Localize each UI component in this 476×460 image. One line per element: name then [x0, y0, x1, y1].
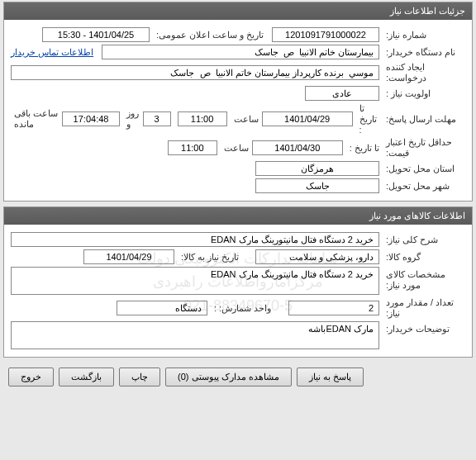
need-date-field[interactable] — [83, 249, 174, 264]
panel-body: شماره نیاز: تاریخ و ساعت اعلان عمومی: نا… — [4, 20, 472, 201]
days-label: روز و — [123, 108, 140, 130]
spec-label: مشخصات کالای مورد نیاز: — [383, 267, 465, 291]
spec-field[interactable] — [11, 267, 379, 295]
unit-label: واحد شمارش: : — [211, 303, 285, 314]
notes-field[interactable] — [11, 321, 379, 349]
qty-field[interactable] — [288, 301, 379, 315]
priority-label: اولویت نیاز : — [383, 88, 465, 99]
back-button[interactable]: بازگشت — [59, 368, 114, 386]
button-row: پاسخ به نیاز مشاهده مدارک پیوستی (0) چاپ… — [0, 363, 476, 391]
creator-label: ایجاد کننده درخواست: — [383, 62, 465, 83]
need-date-label: تاریخ نیاز به کالا: — [178, 252, 252, 263]
province-field[interactable] — [255, 161, 379, 176]
exit-button[interactable]: خروج — [8, 368, 54, 386]
city-field[interactable] — [255, 178, 379, 193]
qty-label: تعداد / مقدار مورد نیاز: — [383, 297, 465, 319]
creator-field[interactable] — [11, 65, 379, 80]
days-remain-field[interactable] — [143, 111, 171, 126]
to-date-label-2: تا تاریخ : — [346, 143, 379, 154]
goods-info-panel: اطلاعات کالاهای مورد نیاز سامانه تدارکات… — [3, 206, 473, 358]
need-no-field[interactable] — [272, 27, 379, 42]
reply-button[interactable]: پاسخ به نیاز — [297, 368, 364, 386]
city-label: شهر محل تحویل: — [383, 181, 465, 192]
desc-label: شرح کلی نیاز: — [383, 235, 465, 245]
group-label: گروه کالا: — [383, 252, 465, 263]
time-label-1: ساعت — [231, 114, 259, 125]
hours-remain-field[interactable] — [62, 111, 120, 126]
print-button[interactable]: چاپ — [119, 368, 160, 386]
priority-field[interactable] — [305, 86, 379, 101]
min-valid-time-field[interactable] — [168, 140, 217, 155]
desc-field[interactable] — [11, 232, 379, 247]
pub-date-label: تاریخ و ساعت اعلان عمومی: — [153, 30, 269, 40]
attachments-button[interactable]: مشاهده مدارک پیوستی (0) — [165, 368, 292, 386]
hours-label: ساعت باقی مانده — [11, 108, 59, 130]
deadline-time-field[interactable] — [178, 111, 227, 126]
group-field[interactable] — [255, 249, 379, 264]
pub-date-field[interactable] — [42, 27, 150, 42]
panel-header: جزئیات اطلاعات نیاز — [4, 2, 472, 20]
panel-header-2: اطلاعات کالاهای مورد نیاز — [4, 207, 472, 225]
need-no-label: شماره نیاز: — [383, 30, 465, 40]
province-label: استان محل تحویل: — [383, 164, 465, 174]
time-label-2: ساعت — [221, 143, 249, 154]
deadline-date-field[interactable] — [262, 111, 353, 126]
panel-body-2: سامانه تدارکات الکترونیکی دولت مرکزآمارو… — [4, 225, 472, 357]
to-date-label: تا تاریخ : — [356, 103, 379, 135]
min-valid-date-field[interactable] — [252, 140, 343, 155]
need-details-panel: جزئیات اطلاعات نیاز شماره نیاز: تاریخ و … — [3, 2, 473, 202]
buyer-label: نام دستگاه خریدار: — [383, 47, 465, 58]
unit-field[interactable] — [117, 301, 207, 315]
buyer-field[interactable] — [102, 45, 379, 59]
notes-label: توضیحات خریدار: — [383, 321, 465, 334]
min-valid-label: حداقل تاریخ اعتبار قیمت: — [383, 137, 465, 159]
deadline-label: مهلت ارسال پاسخ: — [383, 114, 465, 125]
contact-link[interactable]: اطلاعات تماس خریدار — [11, 47, 93, 58]
